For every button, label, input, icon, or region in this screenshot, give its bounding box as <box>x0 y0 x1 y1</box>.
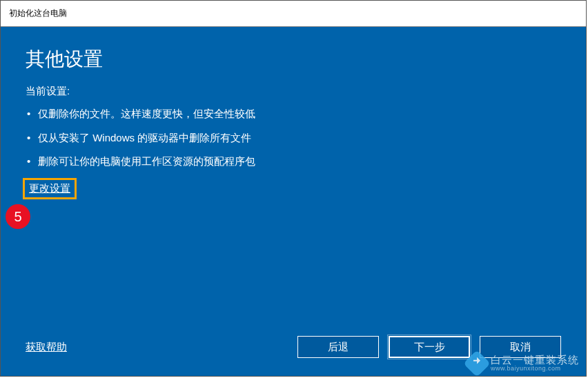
next-button[interactable]: 下一步 <box>389 336 470 358</box>
dialog-content: 其他设置 当前设置: 仅删除你的文件。这样速度更快，但安全性较低 仅从安装了 W… <box>1 27 586 376</box>
settings-list: 仅删除你的文件。这样速度更快，但安全性较低 仅从安装了 Windows 的驱动器… <box>26 102 561 174</box>
back-button[interactable]: 后退 <box>297 336 379 358</box>
watermark-sub: www.baiyunxitong.com <box>491 366 579 372</box>
dialog-window: 初始化这台电脑 其他设置 当前设置: 仅删除你的文件。这样速度更快，但安全性较低… <box>0 0 587 377</box>
watermark-icon <box>463 350 491 377</box>
change-settings-highlight: 更改设置 <box>23 178 77 199</box>
watermark: 白云一键重装系统 www.baiyunxitong.com <box>467 354 579 373</box>
window-title: 初始化这台电脑 <box>9 8 67 19</box>
list-item: 仅删除你的文件。这样速度更快，但安全性较低 <box>26 102 561 126</box>
page-heading: 其他设置 <box>26 46 561 72</box>
list-item: 删除可让你的电脑使用工作区资源的预配程序包 <box>26 150 561 174</box>
watermark-text: 白云一键重装系统 www.baiyunxitong.com <box>491 355 579 372</box>
current-settings-label: 当前设置: <box>26 85 561 98</box>
titlebar: 初始化这台电脑 <box>1 1 586 27</box>
help-link[interactable]: 获取帮助 <box>26 341 67 354</box>
step-number-badge: 5 <box>6 204 30 229</box>
change-settings-link[interactable]: 更改设置 <box>29 182 70 194</box>
list-item: 仅从安装了 Windows 的驱动器中删除所有文件 <box>26 126 561 150</box>
watermark-main: 白云一键重装系统 <box>491 355 579 366</box>
